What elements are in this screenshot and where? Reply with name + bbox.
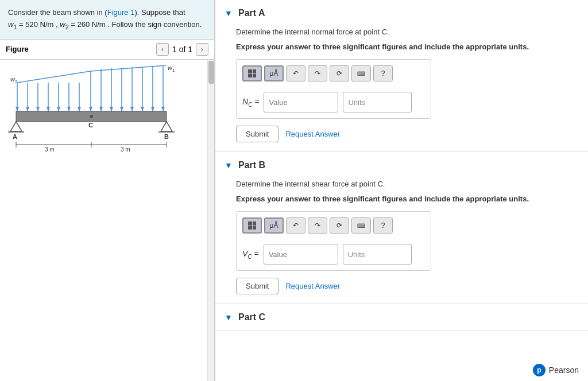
svg-marker-9 xyxy=(57,107,60,111)
problem-text-after: ). Suppose that xyxy=(134,8,185,17)
svg-text:C: C xyxy=(88,122,93,129)
part-a-value-input[interactable] xyxy=(264,92,338,112)
svg-marker-37 xyxy=(10,122,22,131)
part-b-equation-label: VC = xyxy=(242,249,259,260)
left-load-arrows: w 2 xyxy=(10,71,91,111)
figure-scrollbar[interactable] xyxy=(207,60,214,381)
follow-sign-text: . Follow the sign convention. xyxy=(107,20,202,29)
w2-value: = 260 xyxy=(71,20,90,29)
help-button-b[interactable]: ? xyxy=(373,217,393,234)
beam-diagram: w 2 xyxy=(6,65,201,192)
problem-text-before: Consider the beam shown in ( xyxy=(8,8,107,17)
part-a-submit-button[interactable]: Submit xyxy=(236,126,278,142)
part-c-header[interactable]: ▼ Part C xyxy=(215,304,588,331)
part-b-action-row: Submit Request Answer xyxy=(236,278,579,294)
svg-marker-24 xyxy=(120,107,123,111)
svg-marker-20 xyxy=(99,107,103,111)
svg-marker-32 xyxy=(161,107,165,111)
part-b-toolbar: μÅ ↶ ↷ ⟳ ⌨ ? xyxy=(242,217,425,238)
svg-text:A: A xyxy=(13,133,17,140)
part-b-units-display: Units xyxy=(343,244,412,265)
part-b-section: ▼ Part B Determine the internal shear fo… xyxy=(215,152,588,304)
svg-marker-30 xyxy=(151,107,154,111)
part-a-action-row: Submit Request Answer xyxy=(236,126,579,142)
left-panel: Consider the beam shown in (Figure 1). S… xyxy=(0,0,215,381)
undo-button-a[interactable]: ↶ xyxy=(286,65,305,81)
part-b-collapse-icon[interactable]: ▼ xyxy=(225,161,234,170)
keyboard-button-b[interactable]: ⌨ xyxy=(351,217,371,234)
svg-marker-40 xyxy=(161,122,172,131)
refresh-button-a[interactable]: ⟳ xyxy=(330,65,349,81)
part-b-answer-box: μÅ ↶ ↷ ⟳ ⌨ ? VC = Units xyxy=(236,211,431,271)
part-a-collapse-icon[interactable]: ▼ xyxy=(225,9,234,18)
part-a-request-answer-button[interactable]: Request Answer xyxy=(285,130,340,138)
part-b-instruction: Determine the internal shear force at po… xyxy=(236,178,579,190)
svg-marker-28 xyxy=(141,107,144,111)
scrollbar-thumb[interactable] xyxy=(208,61,214,84)
grid-button-a[interactable] xyxy=(242,65,262,81)
grid-icon-a xyxy=(248,69,256,77)
svg-marker-5 xyxy=(36,107,40,111)
grid-icon-b xyxy=(248,221,256,230)
part-b-request-answer-button[interactable]: Request Answer xyxy=(285,282,340,290)
part-c-collapse-icon[interactable]: ▼ xyxy=(225,313,234,322)
part-a-section: ▼ Part A Determine the internal normal f… xyxy=(215,0,588,152)
pearson-brand-name: Pearson xyxy=(549,366,579,375)
part-b-instruction-bold: Express your answer to three significant… xyxy=(236,193,579,205)
svg-marker-11 xyxy=(67,107,71,111)
svg-line-14 xyxy=(17,71,91,83)
part-a-answer-row: NC = Units xyxy=(242,92,425,112)
mu-button-a[interactable]: μÅ xyxy=(264,65,284,81)
keyboard-button-a[interactable]: ⌨ xyxy=(351,65,371,81)
refresh-button-b[interactable]: ⟳ xyxy=(330,217,349,234)
problem-description: Consider the beam shown in (Figure 1). S… xyxy=(0,0,214,39)
pearson-logo-letter: p xyxy=(537,366,541,374)
part-b-label: Part B xyxy=(238,160,265,170)
undo-button-b[interactable]: ↶ xyxy=(286,217,305,234)
mu-button-b[interactable]: μÅ xyxy=(264,217,284,234)
part-b-header[interactable]: ▼ Part B xyxy=(215,152,588,178)
help-button-a[interactable]: ? xyxy=(373,65,393,81)
pearson-footer: p Pearson xyxy=(524,359,588,381)
part-a-answer-box: μÅ ↶ ↷ ⟳ ⌨ ? NC = Units xyxy=(236,59,431,119)
figure-prev-button[interactable]: ‹ xyxy=(156,43,169,56)
svg-marker-13 xyxy=(78,107,81,111)
svg-marker-7 xyxy=(47,107,50,111)
part-a-label: Part A xyxy=(238,8,265,18)
w1-label: w1 xyxy=(8,20,17,29)
svg-point-43 xyxy=(90,115,93,118)
right-panel: ▼ Part A Determine the internal normal f… xyxy=(215,0,588,381)
figure-next-button[interactable]: › xyxy=(196,43,208,56)
redo-button-b[interactable]: ↷ xyxy=(308,217,327,234)
part-b-units-text: Units xyxy=(348,250,365,259)
part-a-instruction: Determine the internal normal force at p… xyxy=(236,26,579,38)
svg-marker-22 xyxy=(110,107,113,111)
figure-link[interactable]: Figure 1 xyxy=(107,8,135,17)
part-a-header[interactable]: ▼ Part A xyxy=(215,0,588,26)
part-b-answer-row: VC = Units xyxy=(242,244,425,265)
svg-text:B: B xyxy=(164,133,169,140)
figure-area: w 2 xyxy=(0,60,214,381)
w2-units: N/m xyxy=(92,20,106,29)
svg-text:3 m: 3 m xyxy=(121,146,130,153)
grid-button-b[interactable] xyxy=(242,217,262,234)
part-a-units-text: Units xyxy=(348,98,365,107)
svg-line-33 xyxy=(91,65,167,71)
svg-marker-1 xyxy=(16,107,19,111)
part-c-label: Part C xyxy=(238,312,265,322)
redo-button-a[interactable]: ↷ xyxy=(308,65,327,81)
figure-navigation: ‹ 1 of 1 › xyxy=(156,43,208,56)
mu-label-a: μÅ xyxy=(270,69,278,77)
right-load-arrows: w 1 xyxy=(89,65,175,111)
part-b-content: Determine the internal shear force at po… xyxy=(215,178,588,304)
svg-text:1: 1 xyxy=(172,68,175,73)
keyboard-icon-a: ⌨ xyxy=(357,71,365,77)
w1-value: = 520 xyxy=(19,20,38,29)
part-b-value-input[interactable] xyxy=(264,244,338,265)
part-b-submit-button[interactable]: Submit xyxy=(236,278,278,294)
svg-marker-26 xyxy=(130,107,134,111)
pearson-logo: p xyxy=(533,364,546,376)
part-a-toolbar: μÅ ↶ ↷ ⟳ ⌨ ? xyxy=(242,65,425,86)
svg-marker-3 xyxy=(26,107,29,111)
figure-header: Figure ‹ 1 of 1 › xyxy=(0,39,214,60)
